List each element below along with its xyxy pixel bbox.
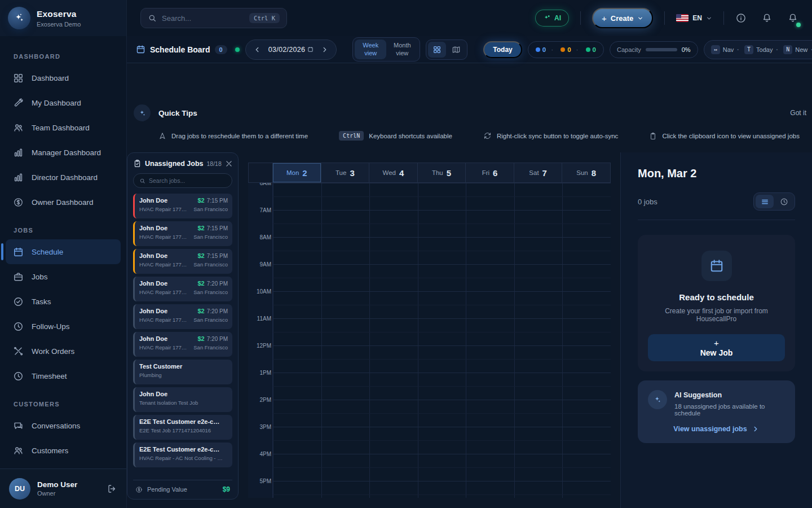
sidebar-nav: DASHBOARD Dashboard My Dashboard Team Da… — [0, 36, 126, 468]
job-description: Tenant Isolation Test Job — [139, 400, 223, 406]
global-search[interactable]: Ctrl K — [140, 8, 287, 28]
next-date-button[interactable] — [317, 42, 333, 58]
month-view-button[interactable]: Month view — [386, 40, 418, 60]
tip-drag-jobs: Drag jobs to reschedule them to a differ… — [158, 132, 308, 140]
job-card[interactable]: John Doe $2 7:15 PM HVAC Repair 17714709… — [133, 249, 232, 274]
ai-button[interactable]: AI — [535, 10, 569, 27]
calendar-grid[interactable]: 6AM 7AM 8AM 9AM — [248, 183, 611, 498]
hour-row[interactable]: 9AM — [248, 264, 611, 291]
job-card[interactable]: John Doe Tenant Isolation Test Job — [133, 387, 232, 412]
job-card[interactable]: John Doe $2 7:15 PM HVAC Repair 17714709… — [133, 221, 232, 246]
capacity-value: 0% — [682, 46, 691, 53]
sidebar-item-label: Follow-Ups — [32, 322, 70, 331]
tip-clipboard: Click the clipboard icon to view unassig… — [649, 132, 800, 140]
capacity-meter: Capacity 0% — [610, 41, 698, 58]
job-price: $2 — [198, 280, 205, 287]
day-header-cell[interactable]: Wed 4 — [369, 163, 418, 182]
logout-icon[interactable] — [107, 484, 117, 494]
notifications-bell-icon[interactable] — [787, 12, 798, 24]
divider — [580, 11, 581, 25]
sidebar: Exoserva Exoserva Demo DASHBOARD Dashboa… — [0, 0, 127, 508]
got-it-button[interactable]: Got it — [790, 109, 806, 117]
day-detail-panel: Mon, Mar 2 0 jobs Ready to schedule Crea… — [620, 152, 812, 508]
sidebar-item-timesheet[interactable]: Timesheet — [6, 364, 121, 388]
tip-auto-sync: Right-click sync button to toggle auto-s… — [483, 132, 618, 140]
sidebar-item-schedule[interactable]: Schedule — [6, 239, 121, 264]
timeline-clock-icon[interactable] — [775, 195, 793, 208]
sidebar-item-dashboard[interactable]: Dashboard — [6, 65, 121, 90]
hour-row[interactable]: 11AM — [248, 318, 611, 345]
day-header-cell[interactable]: Fri 6 — [466, 163, 514, 182]
sidebar-item-tasks[interactable]: Tasks — [6, 289, 121, 314]
jobs-search-input[interactable] — [149, 177, 226, 184]
search-icon — [139, 178, 145, 184]
jobs-search[interactable] — [133, 173, 232, 188]
shortcut-key: T — [744, 45, 753, 54]
user-profile[interactable]: DU Demo User Owner — [0, 468, 126, 508]
sidebar-item-follow-ups[interactable]: Follow-Ups — [6, 314, 121, 339]
today-button[interactable]: Today — [483, 41, 522, 58]
sidebar-item-my-dashboard[interactable]: My Dashboard — [6, 90, 121, 115]
sidebar-item-manager-dashboard[interactable]: Manager Dashboard — [6, 140, 121, 165]
search-input[interactable] — [162, 14, 244, 23]
hour-row[interactable]: 5PM — [248, 481, 611, 498]
chevron-right-icon — [752, 425, 760, 433]
unassigned-jobs-panel: Unassigned Jobs 18/18 John Doe $2 7:15 P… — [127, 152, 239, 500]
hour-row[interactable]: 7AM — [248, 210, 611, 237]
day-header-cell[interactable]: Thu 5 — [418, 163, 466, 182]
job-price: $2 — [198, 197, 205, 204]
view-unassigned-jobs-link[interactable]: View unassigned jobs — [648, 425, 785, 433]
job-card[interactable]: Test Customer Plumbing — [133, 360, 232, 384]
sidebar-item-jobs[interactable]: Jobs — [6, 264, 121, 289]
hour-row[interactable]: 8AM — [248, 237, 611, 264]
map-view-icon[interactable] — [447, 42, 465, 58]
hour-row[interactable]: 1PM — [248, 373, 611, 400]
sidebar-item-label: Manager Dashboard — [32, 148, 101, 157]
job-card[interactable]: E2E Test Customer e2e-cust-17714... E2E … — [133, 415, 232, 440]
hour-row[interactable]: 4PM — [248, 454, 611, 481]
hour-row[interactable]: 3PM — [248, 427, 611, 454]
job-card[interactable]: John Doe $2 7:15 PM HVAC Repair 17714709… — [133, 194, 232, 218]
new-job-button[interactable]: + New Job — [648, 334, 785, 361]
job-card[interactable]: John Doe $2 7:20 PM HVAC Repair 17714712… — [133, 277, 232, 301]
app-root: Exoserva Exoserva Demo DASHBOARD Dashboa… — [0, 0, 812, 508]
day-header-cell[interactable]: Sat 7 — [514, 163, 563, 182]
hour-row[interactable]: 2PM — [248, 400, 611, 427]
week-view-button[interactable]: Week view — [355, 40, 386, 60]
sync-status-dot[interactable] — [235, 47, 240, 52]
sidebar-item-label: Director Dashboard — [32, 173, 98, 182]
day-number: 5 — [447, 168, 451, 178]
bell-icon[interactable] — [761, 12, 773, 24]
job-card[interactable]: E2E Test Customer e2e-cust-17714... HVAC… — [133, 443, 232, 467]
day-header-cell[interactable]: Sun 8 — [562, 163, 611, 182]
sidebar-item-team-dashboard[interactable]: Team Dashboard — [6, 115, 121, 140]
sidebar-item-owner-dashboard[interactable]: Owner Dashboard — [6, 190, 121, 214]
quick-tips-banner: Quick Tips Got it Drag jobs to reschedul… — [134, 104, 806, 141]
close-icon[interactable] — [225, 160, 233, 168]
prev-date-button[interactable] — [249, 42, 265, 58]
empty-state-title: Ready to schedule — [648, 292, 785, 302]
day-header-cell[interactable]: Tue 3 — [321, 163, 370, 182]
create-button[interactable]: + Create — [592, 8, 653, 28]
sidebar-item-director-dashboard[interactable]: Director Dashboard — [6, 165, 121, 190]
sync-icon — [483, 132, 492, 140]
job-card[interactable]: John Doe $2 7:20 PM HVAC Repair 17714712… — [133, 304, 232, 329]
hour-row[interactable]: 12PM — [248, 345, 611, 373]
current-date[interactable]: 03/02/2026 — [265, 46, 317, 54]
info-icon[interactable] — [735, 12, 747, 24]
sidebar-item-conversations[interactable]: Conversations — [6, 413, 121, 438]
list-view-icon[interactable] — [756, 195, 774, 208]
sidebar-item-customers[interactable]: Customers — [6, 438, 121, 463]
pending-value-amount: $9 — [223, 485, 230, 493]
hour-row[interactable]: 10AM — [248, 291, 611, 318]
job-customer-name: John Doe — [139, 335, 195, 342]
grid-view-icon[interactable] — [428, 42, 446, 58]
shortcut-label: New — [795, 46, 807, 53]
day-header-cell[interactable]: Mon 2 — [273, 163, 321, 182]
hour-row[interactable]: 6AM — [248, 183, 611, 210]
logo-row[interactable]: Exoserva Exoserva Demo — [0, 0, 126, 36]
language-selector[interactable]: EN — [676, 14, 712, 22]
sidebar-item-work-orders[interactable]: Work Orders — [6, 339, 121, 364]
job-card[interactable]: John Doe $2 7:20 PM HVAC Repair 17714712… — [133, 332, 232, 357]
language-code: EN — [692, 14, 702, 22]
